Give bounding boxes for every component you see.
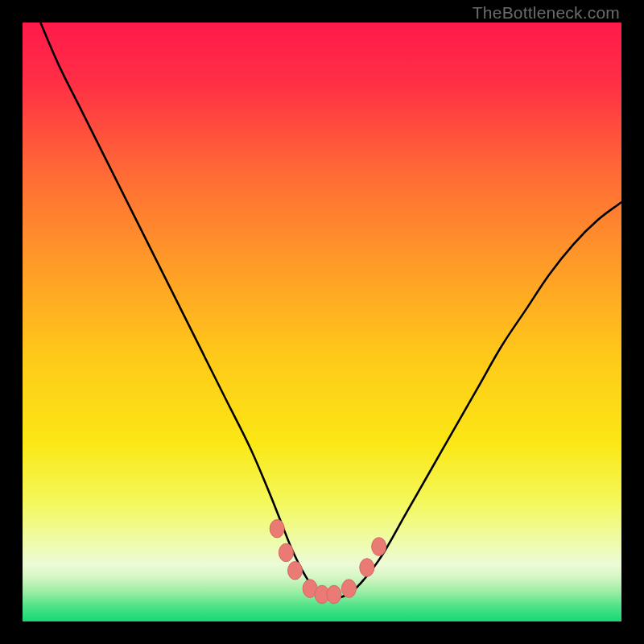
- curve-marker: [279, 543, 293, 562]
- watermark-text: TheBottleneck.com: [473, 3, 620, 23]
- bottleneck-curve: [23, 23, 621, 621]
- curve-marker: [288, 562, 303, 580]
- curve-marker: [360, 559, 374, 577]
- curve-marker: [372, 538, 386, 556]
- curve-marker: [341, 580, 356, 598]
- curve-marker: [327, 585, 341, 604]
- curve-marker: [270, 519, 284, 538]
- chart-frame: TheBottleneck.com: [0, 0, 644, 644]
- plot-area: [23, 23, 621, 621]
